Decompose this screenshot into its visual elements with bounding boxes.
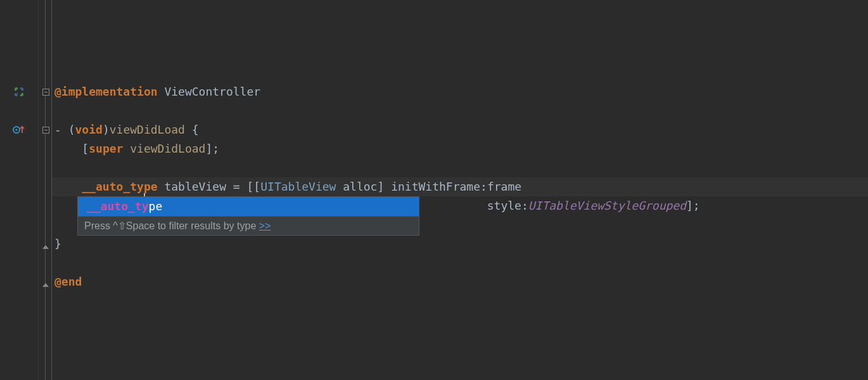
code-line[interactable]: __auto_type frame = self.view.frame;	[52, 158, 868, 177]
code-line[interactable]: [super viewDidLoad];	[52, 139, 868, 158]
expand-icon[interactable]	[0, 82, 38, 101]
fold-end-icon[interactable]	[39, 238, 53, 256]
fold-column	[38, 0, 52, 380]
message-alloc: alloc	[343, 180, 377, 193]
keyword-implementation: @implementation	[54, 85, 158, 98]
code-line[interactable]: - (void)viewDidLoad {	[52, 120, 868, 139]
autocomplete-hint-link[interactable]: >>	[259, 220, 271, 231]
code-line[interactable]	[52, 38, 868, 57]
keyword-super: super	[89, 142, 123, 155]
keyword-auto-type-partial: __auto_ty	[82, 180, 144, 193]
autocomplete-item[interactable]: __auto_type	[78, 197, 419, 216]
code-line[interactable]	[52, 0, 868, 19]
enum-uitableviewstylegrouped: UITableViewStyleGrouped	[528, 199, 686, 212]
autocomplete-hint: Press ^⇧Space to filter results by type …	[78, 216, 419, 235]
code-line-current[interactable]: __auto_type tableView = [[UITableView al…	[52, 177, 868, 196]
gutter	[0, 0, 38, 380]
code-line[interactable]: @end	[52, 272, 868, 291]
code-line[interactable]: @implementation ViewController	[52, 82, 868, 101]
fold-toggle-icon[interactable]	[39, 82, 53, 101]
autocomplete-rest: pe	[149, 200, 163, 213]
code-editor[interactable]: @implementation ViewController - (void)v…	[0, 0, 868, 380]
message-viewdidload: viewDidLoad	[130, 142, 205, 155]
code-line[interactable]	[52, 57, 868, 76]
svg-point-1	[15, 129, 17, 130]
override-icon[interactable]	[0, 120, 38, 139]
selector-style: style	[487, 199, 521, 212]
fold-end-icon[interactable]	[39, 276, 53, 294]
code-line[interactable]	[52, 19, 868, 38]
fold-toggle-icon[interactable]	[39, 120, 53, 139]
autocomplete-match: __auto_ty	[87, 200, 149, 213]
code-line[interactable]	[52, 253, 868, 272]
keyword-end: @end	[54, 275, 82, 288]
class-uitableview: UITableView	[260, 180, 336, 193]
class-name: ViewController	[164, 85, 260, 98]
code-area[interactable]: @implementation ViewController - (void)v…	[52, 0, 868, 380]
brace-close: }	[54, 237, 61, 250]
keyword-void: void	[75, 123, 103, 136]
method-name: viewDidLoad	[110, 123, 185, 136]
selector-initwithframe: initWithFrame	[391, 180, 480, 193]
variable-tableview: tableView	[164, 180, 226, 193]
autocomplete-popup[interactable]: __auto_type Press ^⇧Space to filter resu…	[77, 196, 419, 236]
code-line[interactable]	[52, 101, 868, 120]
code-line[interactable]: }	[52, 234, 868, 253]
